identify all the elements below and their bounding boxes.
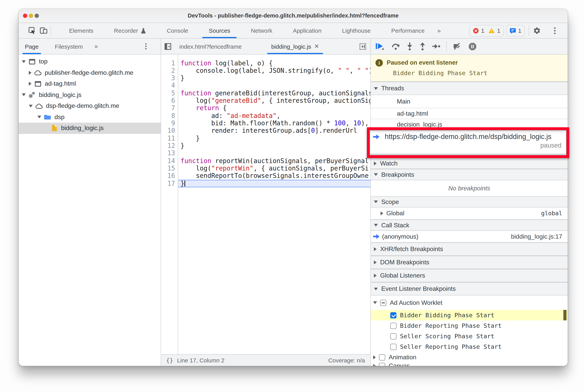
step-out-icon[interactable] [420,43,425,50]
line-number[interactable]: 9 [161,120,178,127]
disclosure-triangle-icon[interactable] [29,82,31,86]
tree-item-label: bidding_logic.js [39,92,81,98]
tree-item-dsp[interactable]: dsp [19,112,161,122]
disclosure-triangle-icon[interactable] [37,116,41,118]
line-number[interactable]: 12 [161,142,178,150]
line-number[interactable]: 1 [161,59,178,67]
elb-group-ad-auction-worklet[interactable]: Ad Auction Worklet [371,296,568,310]
tree-item-label: bidding_logic.js [61,125,104,132]
close-window-button[interactable] [23,14,27,18]
navigator-more-tabs-chevron[interactable]: » [92,43,100,50]
ad-auction-worklet-checkbox[interactable] [380,300,386,306]
bidder-bidding-checkbox[interactable] [390,312,397,318]
pause-on-exceptions-icon[interactable] [469,43,476,50]
call-stack-frame[interactable]: (anonymous) bidding_logic.js:17 [371,231,568,242]
bidder-reporting-checkbox[interactable] [390,322,397,329]
tab-elements[interactable]: Elements [59,23,104,38]
paused-thread-url[interactable]: https://dsp-fledge-demo.glitch.me/dsp/bi… [385,133,552,141]
navigator-menu-dots-icon[interactable] [142,42,150,50]
deactivate-breakpoints-icon[interactable] [453,43,462,50]
disclosure-triangle-icon[interactable] [29,105,33,108]
menu-dots-icon[interactable] [551,27,559,34]
debugger-panel: i Paused on event listener Bidder Biddin… [370,38,568,366]
elb-seller-reporting-phase-start[interactable]: Seller Reporting Phase Start [371,342,568,352]
section-watch[interactable]: Watch [371,158,568,169]
minimize-window-button[interactable] [29,14,33,18]
editor-tab-index[interactable]: index.html?fencedframe [175,38,246,54]
code-line-16: sendReportTo(browserSignals.interestGrou… [178,172,370,180]
disclosure-triangle-icon[interactable] [29,71,31,75]
tab-application[interactable]: Application [283,23,332,38]
errors-warnings-badge[interactable]: 1 1 [469,25,504,36]
pretty-print-icon[interactable]: {} [166,357,173,364]
line-number[interactable]: 2 [161,67,178,74]
line-number[interactable]: 13 [161,150,178,157]
section-dom-breakpoints[interactable]: DOM Breakpoints [371,256,568,269]
line-number[interactable]: 14 [161,157,178,165]
thread-row-main[interactable]: Main [371,95,568,108]
elb-bidder-bidding-phase-start[interactable]: Bidder Bidding Phase Start [371,310,568,320]
hide-navigator-icon[interactable] [164,42,172,50]
editor-more-icon[interactable] [359,42,367,50]
tree-item-top[interactable]: top [19,56,161,67]
section-call-stack[interactable]: Call Stack [371,220,568,231]
section-threads[interactable]: Threads [371,82,568,95]
step-into-icon[interactable] [407,43,412,50]
frame-icon [34,80,42,87]
code-editor[interactable]: 1234567891011121314151617 function log(l… [161,54,370,354]
tab-recorder[interactable]: Recorder [104,23,156,38]
tab-lighthouse[interactable]: Lighthouse [332,23,381,38]
section-scope[interactable]: Scope [371,196,568,208]
line-number[interactable]: 6 [161,97,178,104]
tab-console[interactable]: Console [156,23,198,38]
line-number[interactable]: 16 [161,172,178,180]
line-number[interactable]: 4 [161,82,178,90]
section-breakpoints[interactable]: Breakpoints [371,169,568,180]
editor-tab-bidding-logic[interactable]: bidding_logic.js✕ [267,38,324,54]
zoom-window-button[interactable] [35,14,39,18]
section-event-listener-breakpoints[interactable]: Event Listener Breakpoints [371,282,568,296]
step-over-icon[interactable] [392,43,400,50]
tree-item-publisher-fledge-demo-glitch-me[interactable]: publisher-fledge-demo.glitch.me [19,67,161,78]
tab-filesystem[interactable]: Filesystem [51,38,86,54]
more-tabs-chevron[interactable]: » [435,27,443,34]
line-number[interactable]: 10 [161,127,178,135]
elb-seller-scoring-phase-start[interactable]: Seller Scoring Phase Start [371,331,568,342]
thread-row-ad-tag[interactable]: ad-tag.html [371,108,568,119]
line-number[interactable]: 15 [161,165,178,172]
disclosure-triangle-icon[interactable] [22,60,26,63]
tab-sources[interactable]: Sources [199,23,241,38]
inspect-element-icon[interactable] [28,27,36,34]
tree-item-ad-tag-html[interactable]: ad-tag.html [19,78,161,89]
animation-checkbox[interactable] [379,354,385,360]
tab-network[interactable]: Network [241,23,283,38]
line-number[interactable]: 8 [161,112,178,120]
seller-scoring-checkbox[interactable] [390,333,397,339]
section-global-listeners[interactable]: Global Listeners [371,269,568,282]
line-number[interactable]: 3 [161,74,178,82]
tree-item-bidding-logic-js[interactable]: bidding_logic.js [19,122,161,134]
elb-bidder-reporting-phase-start[interactable]: Bidder Reporting Phase Start [371,320,568,331]
line-number[interactable]: 17 [161,180,178,188]
line-number[interactable]: 11 [161,135,178,142]
device-toolbar-icon[interactable] [40,27,47,34]
code-line-9: bid: Math.floor(Math.random() * 100, 10)… [178,120,370,127]
settings-gear-icon[interactable] [533,27,541,34]
issues-badge[interactable]: 1 [506,25,525,36]
close-tab-icon[interactable]: ✕ [314,43,319,50]
elb-group-canvas[interactable]: Canvas [371,360,568,366]
seller-reporting-checkbox[interactable] [390,344,397,350]
canvas-checkbox[interactable] [379,362,385,366]
step-icon[interactable] [433,44,440,49]
flask-icon [140,28,146,34]
tab-performance[interactable]: Performance [381,23,435,38]
resume-script-icon[interactable] [376,42,384,50]
tree-item-dsp-fledge-demo-glitch-me[interactable]: dsp-fledge-demo.glitch.me [19,100,161,112]
disclosure-triangle-icon[interactable] [22,94,26,96]
section-xhr-breakpoints[interactable]: XHR/fetch Breakpoints [371,242,568,256]
line-number[interactable]: 5 [161,90,178,97]
tab-page[interactable]: Page [21,38,42,54]
line-number[interactable]: 7 [161,104,178,112]
tree-item-bidding-logic-js[interactable]: bidding_logic.js [19,89,161,100]
scope-global-row[interactable]: Global global [371,208,568,220]
